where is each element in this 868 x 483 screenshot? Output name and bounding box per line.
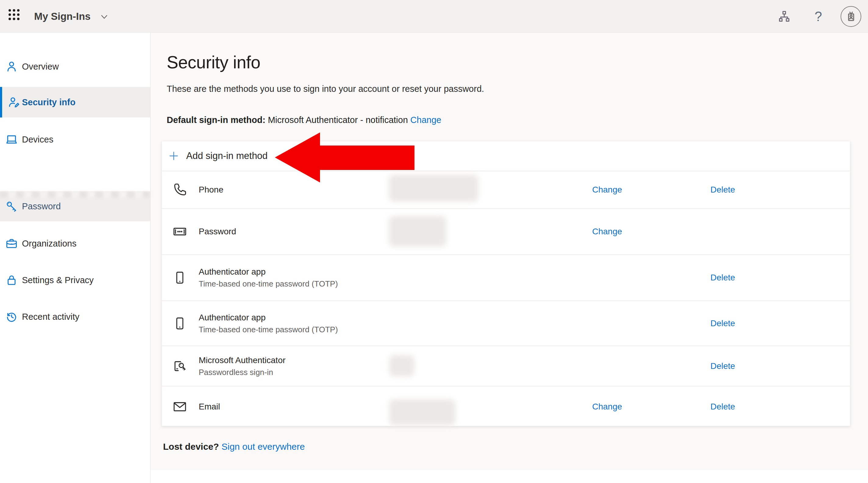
- microsoft-authenticator-delete-link[interactable]: Delete: [710, 361, 735, 371]
- method-row-microsoft-authenticator: Microsoft Authenticator Passwordless sig…: [162, 345, 850, 386]
- avatar: [841, 6, 861, 27]
- method-subtitle: Passwordless sign-in: [199, 367, 286, 377]
- waffle-dot: [17, 18, 20, 20]
- chevron-down-icon[interactable]: [99, 11, 110, 22]
- authenticator-app-1-delete-link[interactable]: Delete: [710, 273, 735, 283]
- mobile-phone-icon: [172, 316, 187, 331]
- sidebar-item-organizations[interactable]: Organizations: [0, 228, 150, 259]
- method-row-authenticator-app-2: Authenticator app Time-based one-time pa…: [162, 300, 850, 345]
- waffle-dot: [8, 9, 11, 11]
- sidebar-item-label: Organizations: [22, 238, 76, 249]
- sidebar-item-label: Password: [22, 201, 61, 211]
- app-title: My Sign-Ins: [34, 0, 91, 33]
- account-avatar-button[interactable]: [838, 0, 864, 33]
- waffle-dot: [13, 18, 15, 20]
- person-edit-icon: [7, 95, 21, 109]
- id-badge-icon: [844, 9, 858, 24]
- redacted-region: [0, 192, 149, 197]
- default-signin-label: Default sign-in method:: [167, 115, 266, 125]
- method-row-phone: Phone Change Delete: [162, 171, 850, 208]
- sidebar-item-settings-privacy[interactable]: Settings & Privacy: [0, 265, 150, 295]
- method-name: Password: [199, 227, 236, 236]
- method-name: Authenticator app: [199, 267, 338, 277]
- add-signin-method-button[interactable]: Add sign-in method: [162, 141, 850, 171]
- sidebar-item-label: Security info: [22, 97, 75, 107]
- method-subtitle: Time-based one-time password (TOTP): [199, 279, 338, 289]
- sidebar-item-label: Recent activity: [22, 312, 80, 322]
- app-launcher-button[interactable]: [8, 9, 23, 24]
- authenticator-app-2-delete-link[interactable]: Delete: [710, 318, 735, 328]
- lost-device-line: Lost device? Sign out everywhere: [163, 442, 305, 452]
- default-signin-change-link[interactable]: Change: [410, 115, 441, 125]
- sidebar-item-label: Settings & Privacy: [22, 275, 94, 285]
- waffle-dot: [17, 9, 20, 11]
- directory-switcher-button[interactable]: [774, 0, 795, 33]
- help-button[interactable]: ?: [808, 0, 829, 33]
- password-field-icon: [172, 224, 187, 239]
- laptop-icon: [5, 133, 18, 146]
- briefcase-icon: [5, 237, 18, 250]
- redacted-authenticator-value: [389, 355, 414, 376]
- default-signin-value: Microsoft Authenticator - notification: [268, 115, 408, 125]
- method-row-authenticator-app-1: Authenticator app Time-based one-time pa…: [162, 254, 850, 300]
- waffle-dot: [17, 13, 20, 16]
- topbar: My Sign-Ins ?: [0, 0, 868, 33]
- mobile-phone-icon: [172, 270, 187, 285]
- question-mark-icon: ?: [815, 9, 822, 24]
- sign-out-everywhere-link[interactable]: Sign out everywhere: [222, 442, 305, 452]
- envelope-icon: [172, 399, 187, 414]
- redacted-email-value: [389, 399, 455, 425]
- phone-change-link[interactable]: Change: [592, 185, 622, 195]
- page-description: These are the methods you use to sign in…: [167, 84, 484, 94]
- device-with-key-icon: [172, 359, 187, 374]
- sidebar-item-label: Overview: [22, 62, 59, 72]
- content-bottom-strip: [151, 470, 868, 483]
- plus-icon: [167, 150, 180, 162]
- redacted-phone-value: [389, 175, 478, 202]
- method-name: Microsoft Authenticator: [199, 355, 286, 365]
- password-change-link[interactable]: Change: [592, 227, 622, 236]
- org-chart-icon: [777, 10, 791, 23]
- signin-methods-card: Add sign-in method Phone Change Delete: [161, 141, 850, 426]
- sidebar-item-recent-activity[interactable]: Recent activity: [0, 302, 150, 332]
- waffle-dot: [13, 13, 15, 16]
- method-row-password: Password Change: [162, 208, 850, 254]
- method-name: Email: [199, 402, 220, 411]
- email-change-link[interactable]: Change: [592, 402, 622, 411]
- page-title: Security info: [167, 52, 260, 72]
- default-signin-line: Default sign-in method: Microsoft Authen…: [167, 115, 441, 125]
- method-row-email: Email Change Delete: [162, 386, 850, 427]
- phone-handset-icon: [172, 182, 187, 197]
- lock-icon: [5, 274, 18, 287]
- history-clock-icon: [5, 310, 18, 323]
- waffle-dot: [8, 18, 11, 20]
- redacted-password-value: [389, 216, 446, 247]
- add-signin-method-label: Add sign-in method: [186, 150, 268, 162]
- sidebar-item-overview[interactable]: Overview: [0, 51, 150, 82]
- sidebar-nav: Overview Security info Devices: [0, 33, 151, 483]
- lost-device-label: Lost device?: [163, 442, 219, 452]
- waffle-dot: [13, 9, 15, 11]
- waffle-dot: [8, 13, 11, 16]
- sidebar-item-devices[interactable]: Devices: [0, 124, 150, 155]
- method-name: Authenticator app: [199, 312, 338, 322]
- main-content: Security info These are the methods you …: [151, 33, 868, 483]
- phone-delete-link[interactable]: Delete: [710, 185, 735, 195]
- email-delete-link[interactable]: Delete: [710, 402, 735, 411]
- sidebar-item-security-info[interactable]: Security info: [0, 87, 150, 117]
- sidebar-item-label: Devices: [22, 135, 53, 145]
- method-subtitle: Time-based one-time password (TOTP): [199, 325, 338, 334]
- method-name: Phone: [199, 185, 223, 195]
- person-icon: [5, 60, 18, 73]
- key-icon: [5, 200, 18, 213]
